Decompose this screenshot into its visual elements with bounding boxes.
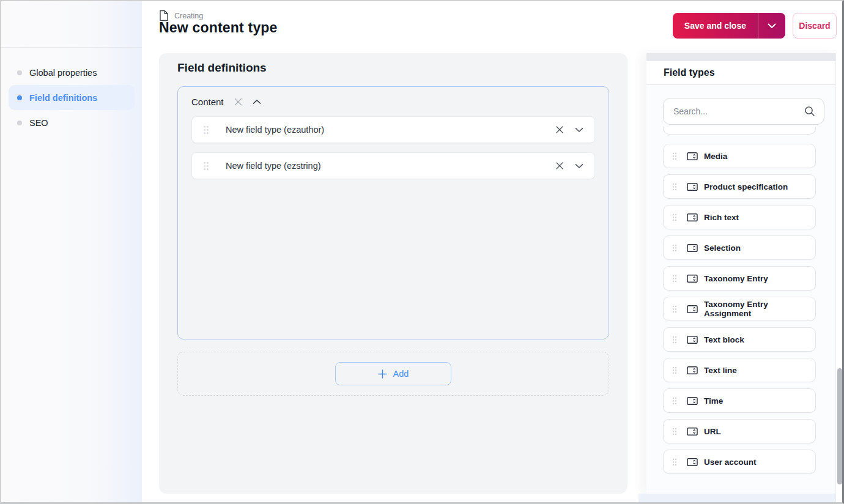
clipped-type-item[interactable] (663, 127, 816, 135)
add-field-button[interactable]: Add (335, 362, 451, 385)
panel-body: Media (646, 85, 837, 494)
field-type-item[interactable]: Time (663, 388, 816, 413)
field-group-header: Content (191, 94, 261, 109)
close-icon (555, 125, 565, 135)
field-group-content: Content (177, 86, 609, 339)
field-group-name: Content (191, 97, 224, 107)
remove-group-button[interactable] (234, 97, 243, 106)
add-group-dropzone: Add (177, 352, 609, 396)
drag-handle-icon[interactable] (672, 305, 677, 313)
bullet-dot-icon (17, 95, 22, 100)
close-icon (555, 161, 565, 171)
drag-handle-icon[interactable] (672, 152, 677, 160)
field-type-label: Text line (704, 366, 737, 375)
field-type-label: URL (704, 427, 721, 436)
field-input-icon (687, 335, 698, 344)
add-button-label: Add (393, 369, 409, 379)
plus-icon (378, 369, 387, 379)
page-scrollbar[interactable] (835, 53, 843, 502)
search-input[interactable] (663, 98, 824, 125)
discard-button[interactable]: Discard (793, 13, 837, 39)
field-type-label: Rich text (704, 213, 739, 222)
page-title: New content type (159, 20, 278, 36)
close-icon (234, 97, 243, 106)
field-type-item[interactable]: Rich text (663, 205, 816, 229)
drag-handle-icon[interactable] (203, 161, 209, 171)
bullet-dot-icon (17, 70, 22, 75)
remove-field-button[interactable] (555, 125, 565, 135)
save-and-close-button[interactable]: Save and close (673, 13, 758, 39)
field-type-item[interactable]: Text block (663, 327, 816, 352)
field-definition-row[interactable]: New field type (ezstring) (191, 152, 595, 179)
chevron-down-icon (768, 23, 776, 29)
field-definition-label: New field type (ezstring) (226, 161, 555, 171)
collapse-group-button[interactable] (253, 99, 261, 105)
save-options-button[interactable] (758, 13, 785, 39)
field-input-icon (687, 152, 698, 161)
drag-handle-icon[interactable] (672, 366, 677, 374)
drag-handle-icon[interactable] (672, 397, 677, 405)
field-type-label: Taxonomy Entry (704, 274, 768, 283)
field-type-label: Taxonomy Entry Assignment (704, 300, 815, 318)
field-type-item[interactable]: URL (663, 419, 816, 443)
field-input-icon (687, 458, 698, 467)
search-field (663, 98, 824, 125)
sidebar-item-label: Field definitions (29, 93, 97, 103)
sidebar-item[interactable]: Field definitions (9, 85, 135, 110)
drag-handle-icon[interactable] (672, 458, 677, 466)
expand-field-button[interactable] (575, 127, 583, 133)
drag-handle-icon[interactable] (672, 428, 677, 435)
field-type-label: Media (704, 152, 727, 161)
field-type-item[interactable]: Media (663, 144, 816, 168)
drag-handle-icon[interactable] (672, 244, 677, 252)
panel-top-strip (646, 53, 837, 61)
field-type-label: User account (704, 458, 757, 467)
drag-handle-icon[interactable] (672, 213, 677, 221)
field-type-item[interactable]: Taxonomy Entry Assignment (663, 297, 816, 321)
field-type-item[interactable]: Selection (663, 235, 816, 260)
scrollbar-thumb[interactable] (837, 368, 842, 484)
field-input-icon (687, 305, 698, 314)
sidebar-item-label: Global properties (29, 68, 97, 78)
chevron-up-icon (253, 99, 261, 105)
chevron-down-icon (575, 163, 583, 169)
field-input-icon (687, 396, 698, 406)
sidebar: Global properties Field definitions SEO (1, 1, 142, 502)
field-type-label: Text block (704, 335, 744, 344)
field-type-item[interactable]: Product specification (663, 174, 816, 199)
expand-field-button[interactable] (575, 163, 583, 169)
field-input-icon (687, 182, 698, 191)
sidebar-item[interactable]: SEO (9, 110, 135, 135)
field-type-item[interactable]: User account (663, 450, 816, 474)
panel-footer-strip (639, 494, 837, 504)
chevron-down-icon (575, 127, 583, 133)
drag-handle-icon[interactable] (203, 125, 209, 135)
search-icon (804, 106, 815, 119)
drag-handle-icon[interactable] (672, 336, 677, 344)
panel-header: Field types (646, 61, 837, 85)
field-type-label: Product specification (704, 182, 788, 191)
field-type-item[interactable]: Text line (663, 358, 816, 382)
remove-field-button[interactable] (555, 161, 565, 171)
field-input-icon (687, 366, 698, 375)
field-type-label: Selection (704, 243, 741, 253)
sidebar-item[interactable]: Global properties (9, 60, 135, 85)
save-split-button: Save and close (673, 13, 785, 39)
field-types-panel: Field types (646, 53, 837, 494)
field-input-icon (687, 274, 698, 283)
drag-handle-icon[interactable] (672, 275, 677, 283)
field-type-item[interactable]: Taxonomy Entry (663, 266, 816, 291)
app-window: Global properties Field definitions SEO (0, 0, 844, 504)
field-input-icon (687, 427, 698, 436)
field-definitions-panel: Field definitions Content (159, 53, 627, 494)
field-rows: New field type (ezauthor) (191, 116, 595, 188)
drag-handle-icon[interactable] (672, 183, 677, 191)
kicker-label: Creating (174, 12, 203, 20)
sidebar-divider (1, 47, 142, 48)
field-definition-label: New field type (ezauthor) (226, 125, 555, 135)
sidebar-item-label: SEO (29, 118, 48, 128)
field-input-icon (687, 213, 698, 222)
field-definition-row[interactable]: New field type (ezauthor) (191, 116, 595, 143)
field-type-list: Media (663, 144, 816, 480)
field-input-icon (687, 243, 698, 253)
